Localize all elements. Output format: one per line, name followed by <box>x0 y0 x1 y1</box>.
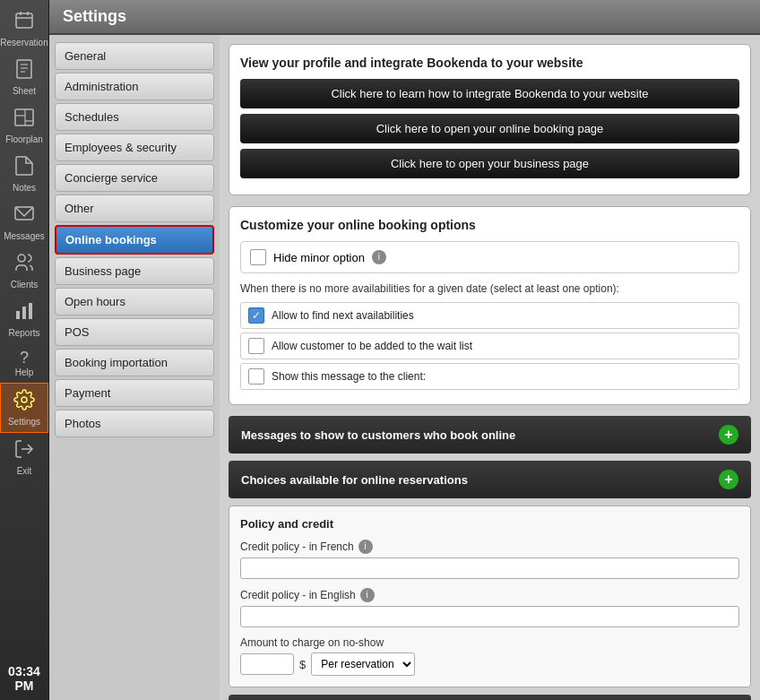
menu-item-concierge[interactable]: Concierge service <box>55 164 214 192</box>
sidebar-item-exit[interactable]: Exit <box>0 433 48 481</box>
integrate-btn-3[interactable]: Click here to open your business page <box>240 149 739 178</box>
integrate-section: View your profile and integrate Bookenda… <box>229 44 751 195</box>
menu-item-open-hours[interactable]: Open hours <box>55 288 214 315</box>
credit-french-input[interactable] <box>240 557 739 579</box>
messages-label: Messages <box>4 231 45 241</box>
credit-english-info-icon[interactable]: i <box>360 588 375 602</box>
help-label: Help <box>15 367 34 377</box>
exit-icon <box>13 438 35 464</box>
reports-label: Reports <box>8 328 39 338</box>
messages-add-button[interactable]: + <box>719 425 738 445</box>
option3-checkbox[interactable] <box>248 368 264 385</box>
exit-label: Exit <box>17 466 32 476</box>
clients-icon <box>13 252 35 278</box>
time-display: 03:34 PM <box>6 657 42 700</box>
menu-item-booking-importation[interactable]: Booking importation <box>55 349 214 376</box>
no-show-label: Amount to charge on no-show <box>240 636 739 649</box>
dollar-sign: $ <box>299 658 306 671</box>
option1-label: Allow to find next availabilities <box>272 309 414 322</box>
sidebar-item-messages[interactable]: Messages <box>0 198 48 246</box>
title-bar: Settings <box>49 0 760 35</box>
period: PM <box>8 678 40 693</box>
settings-icon <box>13 389 35 415</box>
messages-header-title: Messages to show to customers who book o… <box>241 428 515 442</box>
menu-item-pos[interactable]: POS <box>55 318 214 346</box>
main-area: Settings General Administration Schedule… <box>49 0 760 700</box>
sidebar-item-reservation[interactable]: Reservation <box>0 4 48 53</box>
policy-section: Policy and credit Credit policy - in Fre… <box>229 506 751 687</box>
policy-title: Policy and credit <box>240 517 739 531</box>
clients-label: Clients <box>11 280 39 290</box>
credit-english-input[interactable] <box>240 606 739 627</box>
floorplan-icon <box>13 107 35 133</box>
per-reservation-select[interactable]: Per reservation <box>311 652 415 676</box>
credit-french-info-icon[interactable]: i <box>358 540 373 554</box>
sheet-label: Sheet <box>13 86 36 96</box>
option2-label: Allow customer to be added to the wait l… <box>272 340 472 352</box>
settings-label: Settings <box>8 417 40 427</box>
settings-panel: View your profile and integrate Bookenda… <box>220 35 760 700</box>
svg-rect-14 <box>16 311 20 319</box>
messages-section-header[interactable]: Messages to show to customers who book o… <box>229 416 751 454</box>
integrate-btn-2[interactable]: Click here to open your online booking p… <box>240 114 739 143</box>
integrate-btn-1[interactable]: Click here to learn how to integrate Boo… <box>240 79 739 108</box>
amount-input[interactable] <box>240 653 294 675</box>
notes-label: Notes <box>13 183 36 193</box>
content-split: General Administration Schedules Employe… <box>49 35 760 700</box>
menu-item-schedules[interactable]: Schedules <box>55 103 214 131</box>
nav-menu: General Administration Schedules Employe… <box>49 35 220 700</box>
credit-french-label: Credit policy - in French i <box>240 540 739 554</box>
credit-english-label: Credit policy - in English i <box>240 588 739 602</box>
messages-icon <box>13 203 35 229</box>
menu-item-business-page[interactable]: Business page <box>55 257 214 285</box>
menu-item-photos[interactable]: Photos <box>55 410 214 437</box>
option1-checkbox[interactable]: ✓ <box>248 307 264 324</box>
sidebar-item-notes[interactable]: Notes <box>0 150 48 198</box>
menu-item-other[interactable]: Other <box>55 194 214 222</box>
hide-minor-info-icon[interactable]: i <box>372 250 386 264</box>
svg-rect-15 <box>22 307 26 319</box>
customize-section: Customize your online booking options Hi… <box>229 206 751 405</box>
menu-item-general[interactable]: General <box>55 42 214 70</box>
reservation-icon <box>13 10 35 36</box>
sidebar-item-help[interactable]: ? Help <box>0 343 48 383</box>
sidebar-item-clients[interactable]: Clients <box>0 246 48 295</box>
sidebar-item-floorplan[interactable]: Floorplan <box>0 101 48 150</box>
reservation-label: Reservation <box>0 38 48 48</box>
hide-minor-row: Hide minor option i <box>240 241 739 273</box>
notes-icon <box>13 155 35 181</box>
time: 03:34 <box>8 664 40 678</box>
choices-add-button[interactable]: + <box>719 470 738 489</box>
svg-point-13 <box>18 255 25 262</box>
dates-section-header[interactable]: Dates when you request credit informatio… <box>229 695 751 700</box>
integrate-title: View your profile and integrate Bookenda… <box>240 56 739 70</box>
menu-item-online-bookings[interactable]: Online bookings <box>55 225 214 255</box>
menu-item-payment[interactable]: Payment <box>55 379 214 407</box>
availability-note: When there is no more availabilities for… <box>240 282 739 295</box>
choices-section-header[interactable]: Choices available for online reservation… <box>229 461 751 498</box>
choices-header-title: Choices available for online reservation… <box>241 473 468 487</box>
menu-item-administration[interactable]: Administration <box>55 73 214 100</box>
svg-rect-8 <box>15 109 33 125</box>
svg-rect-4 <box>17 60 31 78</box>
svg-rect-16 <box>29 303 32 319</box>
sidebar-item-reports[interactable]: Reports <box>0 295 48 343</box>
svg-point-17 <box>22 397 27 402</box>
svg-rect-0 <box>16 13 32 28</box>
left-sidebar: Reservation Sheet Floorplan Notes Messag… <box>0 0 49 700</box>
reports-icon <box>13 300 35 326</box>
option3-label: Show this message to the client: <box>272 370 426 383</box>
option-row-2: Allow customer to be added to the wait l… <box>240 333 739 359</box>
menu-item-employees-security[interactable]: Employees & security <box>55 134 214 161</box>
amount-row: $ Per reservation <box>240 652 739 676</box>
hide-minor-checkbox[interactable] <box>250 249 266 265</box>
customize-title: Customize your online booking options <box>240 218 739 232</box>
option2-checkbox[interactable] <box>248 338 264 354</box>
hide-minor-label: Hide minor option <box>273 251 365 264</box>
sidebar-item-sheet[interactable]: Sheet <box>0 53 48 101</box>
sidebar-item-settings[interactable]: Settings <box>0 383 48 433</box>
option-row-3: Show this message to the client: <box>240 363 739 390</box>
option-row-1: ✓ Allow to find next availabilities <box>240 302 739 329</box>
page-title: Settings <box>63 7 126 25</box>
floorplan-label: Floorplan <box>5 134 43 144</box>
